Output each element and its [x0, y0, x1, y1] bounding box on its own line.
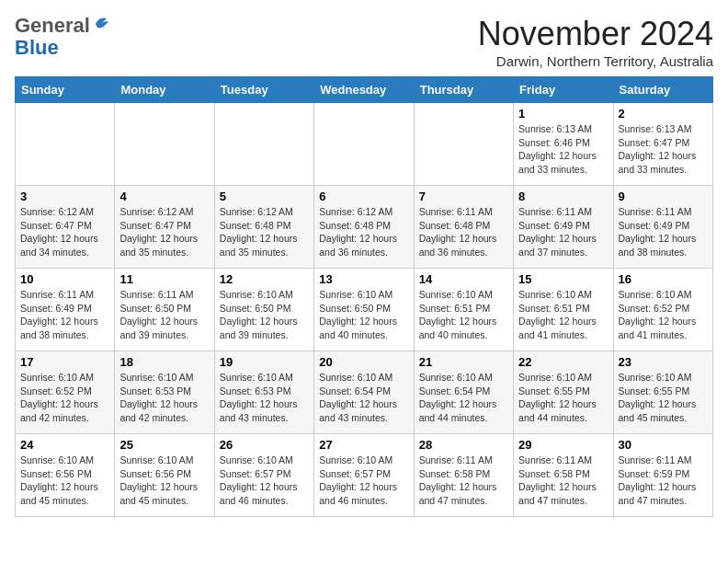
calendar-cell: 27Sunrise: 6:10 AM Sunset: 6:57 PM Dayli… [314, 434, 414, 517]
calendar-cell: 2Sunrise: 6:13 AM Sunset: 6:47 PM Daylig… [613, 103, 712, 186]
day-info: Sunrise: 6:10 AM Sunset: 6:51 PM Dayligh… [419, 288, 508, 342]
calendar-cell: 1Sunrise: 6:13 AM Sunset: 6:46 PM Daylig… [514, 103, 613, 186]
calendar-cell: 25Sunrise: 6:10 AM Sunset: 6:56 PM Dayli… [115, 434, 214, 517]
day-info: Sunrise: 6:10 AM Sunset: 6:53 PM Dayligh… [119, 371, 209, 425]
calendar-cell: 8Sunrise: 6:11 AM Sunset: 6:49 PM Daylig… [514, 186, 613, 269]
calendar-cell: 15Sunrise: 6:10 AM Sunset: 6:51 PM Dayli… [514, 269, 613, 351]
day-info: Sunrise: 6:10 AM Sunset: 6:54 PM Dayligh… [319, 371, 408, 425]
calendar-cell: 10Sunrise: 6:11 AM Sunset: 6:49 PM Dayli… [16, 269, 115, 351]
day-number: 19 [220, 355, 309, 369]
day-number: 14 [419, 272, 508, 286]
day-number: 16 [619, 272, 708, 286]
column-header-wednesday: Wednesday [314, 77, 414, 103]
calendar-week-2: 3Sunrise: 6:12 AM Sunset: 6:47 PM Daylig… [16, 186, 713, 269]
calendar-cell: 19Sunrise: 6:10 AM Sunset: 6:53 PM Dayli… [214, 351, 313, 434]
day-info: Sunrise: 6:10 AM Sunset: 6:53 PM Dayligh… [220, 371, 309, 425]
calendar-cell: 21Sunrise: 6:10 AM Sunset: 6:54 PM Dayli… [414, 351, 513, 434]
calendar-cell: 11Sunrise: 6:11 AM Sunset: 6:50 PM Dayli… [115, 269, 214, 351]
calendar-cell [214, 103, 313, 186]
calendar-cell: 30Sunrise: 6:11 AM Sunset: 6:59 PM Dayli… [613, 434, 712, 517]
day-number: 8 [518, 190, 608, 203]
calendar-week-4: 17Sunrise: 6:10 AM Sunset: 6:52 PM Dayli… [16, 351, 713, 434]
calendar-cell: 24Sunrise: 6:10 AM Sunset: 6:56 PM Dayli… [16, 434, 115, 517]
calendar-cell: 12Sunrise: 6:10 AM Sunset: 6:50 PM Dayli… [214, 269, 313, 351]
column-header-tuesday: Tuesday [214, 77, 313, 103]
day-info: Sunrise: 6:12 AM Sunset: 6:47 PM Dayligh… [20, 205, 109, 259]
day-number: 18 [119, 355, 209, 369]
calendar-cell: 20Sunrise: 6:10 AM Sunset: 6:54 PM Dayli… [314, 351, 414, 434]
day-number: 11 [119, 272, 209, 286]
day-number: 5 [220, 190, 309, 203]
day-number: 28 [419, 438, 508, 452]
day-info: Sunrise: 6:11 AM Sunset: 6:48 PM Dayligh… [419, 205, 508, 259]
day-number: 3 [20, 190, 109, 203]
calendar-week-1: 1Sunrise: 6:13 AM Sunset: 6:46 PM Daylig… [16, 103, 713, 186]
logo-blue-text: Blue [15, 37, 59, 59]
column-header-monday: Monday [115, 77, 214, 103]
calendar-cell: 9Sunrise: 6:11 AM Sunset: 6:49 PM Daylig… [613, 186, 712, 269]
title-section: November 2024 Darwin, Northern Territory… [478, 15, 713, 69]
calendar-cell: 18Sunrise: 6:10 AM Sunset: 6:53 PM Dayli… [115, 351, 214, 434]
calendar-cell: 5Sunrise: 6:12 AM Sunset: 6:48 PM Daylig… [214, 186, 313, 269]
day-number: 2 [619, 107, 708, 121]
day-info: Sunrise: 6:11 AM Sunset: 6:50 PM Dayligh… [119, 288, 209, 342]
day-info: Sunrise: 6:10 AM Sunset: 6:55 PM Dayligh… [619, 371, 708, 425]
day-info: Sunrise: 6:11 AM Sunset: 6:58 PM Dayligh… [518, 454, 608, 508]
day-info: Sunrise: 6:12 AM Sunset: 6:48 PM Dayligh… [220, 205, 309, 259]
day-info: Sunrise: 6:11 AM Sunset: 6:49 PM Dayligh… [619, 205, 708, 259]
calendar-cell: 29Sunrise: 6:11 AM Sunset: 6:58 PM Dayli… [514, 434, 613, 517]
calendar-cell: 23Sunrise: 6:10 AM Sunset: 6:55 PM Dayli… [613, 351, 712, 434]
calendar-body: 1Sunrise: 6:13 AM Sunset: 6:46 PM Daylig… [16, 103, 713, 517]
calendar-cell [115, 103, 214, 186]
header: General Blue November 2024 Darwin, North… [15, 15, 713, 69]
day-info: Sunrise: 6:11 AM Sunset: 6:58 PM Dayligh… [419, 454, 508, 508]
day-number: 12 [220, 272, 309, 286]
calendar-cell: 6Sunrise: 6:12 AM Sunset: 6:48 PM Daylig… [314, 186, 414, 269]
calendar-cell [16, 103, 115, 186]
day-info: Sunrise: 6:10 AM Sunset: 6:50 PM Dayligh… [220, 288, 309, 342]
column-header-thursday: Thursday [414, 77, 513, 103]
day-info: Sunrise: 6:13 AM Sunset: 6:46 PM Dayligh… [518, 122, 608, 177]
day-number: 9 [619, 190, 708, 203]
day-info: Sunrise: 6:11 AM Sunset: 6:59 PM Dayligh… [619, 454, 708, 508]
calendar-cell: 7Sunrise: 6:11 AM Sunset: 6:48 PM Daylig… [414, 186, 513, 269]
day-number: 10 [20, 272, 109, 286]
calendar-cell: 22Sunrise: 6:10 AM Sunset: 6:55 PM Dayli… [514, 351, 613, 434]
day-info: Sunrise: 6:12 AM Sunset: 6:47 PM Dayligh… [119, 205, 209, 259]
calendar-cell: 13Sunrise: 6:10 AM Sunset: 6:50 PM Dayli… [314, 269, 414, 351]
calendar-cell: 16Sunrise: 6:10 AM Sunset: 6:52 PM Dayli… [613, 269, 712, 351]
calendar-cell: 4Sunrise: 6:12 AM Sunset: 6:47 PM Daylig… [115, 186, 214, 269]
location-text: Darwin, Northern Territory, Australia [478, 53, 713, 69]
day-info: Sunrise: 6:10 AM Sunset: 6:57 PM Dayligh… [319, 454, 408, 508]
calendar-cell [414, 103, 513, 186]
calendar-cell: 26Sunrise: 6:10 AM Sunset: 6:57 PM Dayli… [214, 434, 313, 517]
day-info: Sunrise: 6:13 AM Sunset: 6:47 PM Dayligh… [619, 122, 708, 177]
day-number: 7 [419, 190, 508, 203]
day-number: 4 [119, 190, 209, 203]
day-info: Sunrise: 6:10 AM Sunset: 6:52 PM Dayligh… [619, 288, 708, 342]
column-header-sunday: Sunday [16, 77, 115, 103]
calendar-cell: 17Sunrise: 6:10 AM Sunset: 6:52 PM Dayli… [16, 351, 115, 434]
day-info: Sunrise: 6:10 AM Sunset: 6:51 PM Dayligh… [518, 288, 608, 342]
calendar-week-3: 10Sunrise: 6:11 AM Sunset: 6:49 PM Dayli… [16, 269, 713, 351]
day-info: Sunrise: 6:10 AM Sunset: 6:56 PM Dayligh… [119, 454, 209, 508]
day-info: Sunrise: 6:10 AM Sunset: 6:52 PM Dayligh… [20, 371, 109, 425]
calendar-cell: 28Sunrise: 6:11 AM Sunset: 6:58 PM Dayli… [414, 434, 513, 517]
calendar-cell: 14Sunrise: 6:10 AM Sunset: 6:51 PM Dayli… [414, 269, 513, 351]
day-info: Sunrise: 6:10 AM Sunset: 6:56 PM Dayligh… [20, 454, 109, 508]
calendar-week-5: 24Sunrise: 6:10 AM Sunset: 6:56 PM Dayli… [16, 434, 713, 517]
day-number: 27 [319, 438, 408, 452]
calendar-cell: 3Sunrise: 6:12 AM Sunset: 6:47 PM Daylig… [16, 186, 115, 269]
header-row: SundayMondayTuesdayWednesdayThursdayFrid… [16, 77, 713, 103]
day-info: Sunrise: 6:10 AM Sunset: 6:57 PM Dayligh… [220, 454, 309, 508]
logo-bird-icon [92, 15, 112, 33]
day-number: 21 [419, 355, 508, 369]
day-info: Sunrise: 6:11 AM Sunset: 6:49 PM Dayligh… [20, 288, 109, 342]
column-header-saturday: Saturday [613, 77, 712, 103]
day-number: 25 [119, 438, 209, 452]
day-number: 29 [518, 438, 608, 452]
day-number: 23 [619, 355, 708, 369]
day-info: Sunrise: 6:10 AM Sunset: 6:54 PM Dayligh… [419, 371, 508, 425]
day-number: 30 [619, 438, 708, 452]
day-number: 15 [518, 272, 608, 286]
